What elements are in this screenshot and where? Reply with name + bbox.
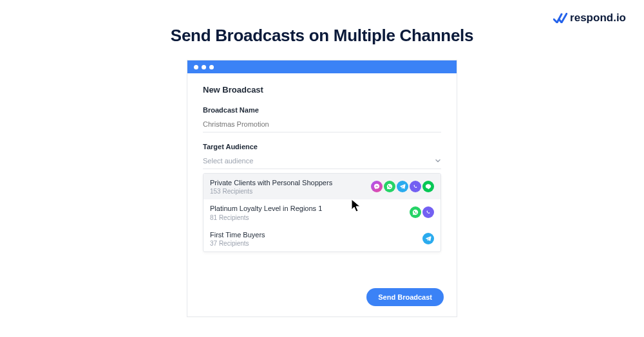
broadcast-name-input[interactable] — [203, 118, 441, 132]
audience-option[interactable]: Private Clients with Personal Shoppers15… — [204, 174, 440, 199]
window-control-minimize[interactable] — [202, 65, 206, 69]
target-audience-label: Target Audience — [203, 143, 441, 150]
window-control-zoom[interactable] — [209, 65, 214, 69]
send-broadcast-button[interactable]: Send Broadcast — [366, 288, 444, 306]
modal-title: New Broadcast — [203, 85, 441, 95]
chevron-down-icon — [435, 158, 441, 164]
window-body: New Broadcast Broadcast Name Target Audi… — [187, 73, 457, 288]
audience-option-recipients: 81 Recipients — [210, 214, 322, 221]
audience-option-label: First Time Buyers — [210, 230, 265, 239]
viber-icon — [410, 181, 421, 192]
audience-option[interactable]: First Time Buyers37 Recipients — [204, 226, 440, 251]
audience-dropdown: Private Clients with Personal Shoppers15… — [203, 173, 441, 252]
audience-option-channels — [410, 206, 434, 218]
broadcast-name-label: Broadcast Name — [203, 106, 441, 114]
audience-option-label: Platinum Loyalty Level in Regions 1 — [210, 204, 322, 213]
audience-option-channels — [371, 181, 434, 192]
whatsapp-icon — [410, 206, 421, 218]
telegram-icon — [397, 181, 408, 192]
audience-option-label: Private Clients with Personal Shoppers — [210, 178, 332, 187]
brand-name: respond.io — [570, 12, 626, 24]
audience-option-channels — [422, 233, 434, 244]
telegram-icon — [422, 233, 434, 244]
viber-icon — [422, 206, 434, 218]
audience-option-recipients: 37 Recipients — [210, 240, 265, 247]
messenger-icon — [371, 181, 383, 192]
audience-option[interactable]: Platinum Loyalty Level in Regions 181 Re… — [204, 199, 440, 225]
target-audience-placeholder: Select audience — [203, 157, 253, 165]
audience-option-text: First Time Buyers37 Recipients — [210, 230, 265, 247]
brand-logo-icon — [553, 13, 567, 23]
audience-option-text: Private Clients with Personal Shoppers15… — [210, 178, 332, 195]
brand-logo: respond.io — [553, 12, 626, 24]
audience-option-recipients: 153 Recipients — [210, 188, 332, 195]
line-icon — [422, 181, 434, 192]
whatsapp-icon — [384, 181, 395, 192]
page-title: Send Broadcasts on Multiple Channels — [0, 26, 644, 46]
target-audience-select[interactable]: Select audience — [203, 154, 441, 169]
broadcast-window: New Broadcast Broadcast Name Target Audi… — [187, 60, 457, 317]
audience-option-text: Platinum Loyalty Level in Regions 181 Re… — [210, 204, 322, 221]
window-control-close[interactable] — [194, 65, 198, 69]
window-titlebar — [187, 60, 457, 73]
